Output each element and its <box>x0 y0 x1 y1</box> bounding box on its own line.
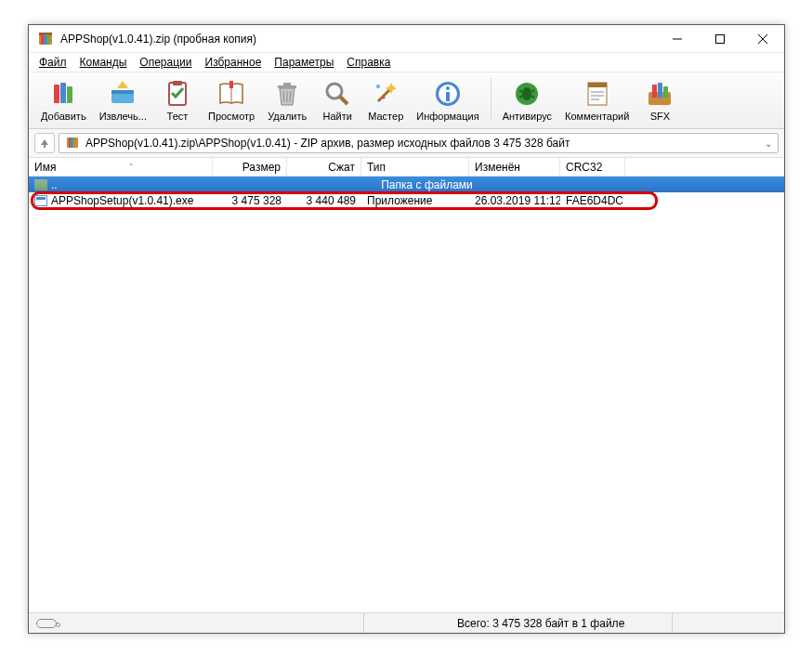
comment-button[interactable]: Комментарий <box>558 76 635 125</box>
extract-button[interactable]: Извлечь... <box>93 76 153 125</box>
address-path: APPShop(v1.0.41).zip\APPShop(v1.0.41) - … <box>85 137 570 150</box>
menubar: Файл Команды Операции Избранное Параметр… <box>29 53 784 72</box>
book-open-icon <box>216 79 246 109</box>
svg-rect-6 <box>716 34 725 43</box>
svg-rect-31 <box>446 92 450 101</box>
window-title: APPShop(v1.0.41).zip (пробная копия) <box>60 33 656 46</box>
svg-rect-46 <box>663 86 668 98</box>
sort-asc-icon: ˄ <box>129 163 134 172</box>
maximize-button[interactable] <box>699 25 741 52</box>
svg-rect-4 <box>46 34 49 45</box>
up-arrow-icon <box>39 138 50 149</box>
svg-point-23 <box>327 84 342 98</box>
test-button[interactable]: Тест <box>153 76 202 125</box>
svg-rect-44 <box>652 85 657 98</box>
minimize-button[interactable] <box>656 25 699 52</box>
up-button[interactable] <box>34 133 55 153</box>
wizard-button[interactable]: Мастер <box>361 76 410 125</box>
svg-rect-18 <box>278 85 296 88</box>
svg-point-30 <box>446 86 450 90</box>
svg-line-24 <box>340 97 347 104</box>
menu-operations[interactable]: Операции <box>133 55 198 70</box>
books-stack-icon <box>48 79 78 109</box>
svg-rect-17 <box>229 81 233 88</box>
svg-rect-15 <box>173 81 182 85</box>
status-total: Всего: 3 475 328 байт в 1 файле <box>364 617 672 630</box>
svg-point-33 <box>522 87 531 100</box>
svg-rect-11 <box>67 86 72 103</box>
close-button[interactable] <box>741 25 784 52</box>
col-modified[interactable]: Изменён <box>469 158 560 176</box>
find-button[interactable]: Найти <box>313 76 361 125</box>
extract-icon <box>108 79 138 109</box>
wand-icon <box>371 79 400 109</box>
col-type[interactable]: Тип <box>361 158 469 176</box>
disk-icon <box>36 619 57 628</box>
notepad-icon <box>583 79 612 109</box>
search-icon <box>322 79 352 109</box>
svg-rect-13 <box>111 90 134 94</box>
info-button[interactable]: Информация <box>410 76 485 125</box>
antivirus-button[interactable]: Антивирус <box>496 76 558 125</box>
svg-rect-10 <box>60 83 66 103</box>
svg-rect-3 <box>44 34 46 45</box>
toolbar: Добавить Извлечь... Тест Просмотр Удалит… <box>29 72 784 129</box>
svg-rect-2 <box>41 34 44 45</box>
add-button[interactable]: Добавить <box>34 76 93 125</box>
svg-rect-50 <box>72 138 74 148</box>
sfx-icon <box>645 79 674 109</box>
toolbar-separator <box>491 78 491 119</box>
parent-folder-row[interactable]: .. Папка с файлами <box>29 177 784 192</box>
svg-rect-19 <box>283 83 291 85</box>
view-button[interactable]: Просмотр <box>202 76 261 125</box>
address-input[interactable]: APPShop(v1.0.41).zip\APPShop(v1.0.41) - … <box>59 133 779 153</box>
address-dropdown-icon[interactable]: ⌄ <box>765 138 772 149</box>
svg-rect-39 <box>588 83 607 87</box>
folder-icon <box>34 179 47 190</box>
address-bar-row: APPShop(v1.0.41).zip\APPShop(v1.0.41) - … <box>29 129 784 158</box>
delete-button[interactable]: Удалить <box>261 76 313 125</box>
col-packed[interactable]: Сжат <box>287 158 361 176</box>
menu-help[interactable]: Справка <box>340 55 397 70</box>
info-icon <box>433 79 463 109</box>
svg-rect-49 <box>71 138 72 148</box>
menu-options[interactable]: Параметры <box>268 55 340 70</box>
statusbar: Всего: 3 475 328 байт в 1 файле <box>29 612 784 633</box>
svg-point-27 <box>383 97 386 99</box>
menu-favorites[interactable]: Избранное <box>199 55 268 70</box>
svg-rect-9 <box>54 85 59 103</box>
winrar-app-icon <box>36 30 55 48</box>
col-name[interactable]: Имя˄ <box>29 158 213 176</box>
svg-point-26 <box>376 85 380 88</box>
col-crc[interactable]: CRC32 <box>560 158 625 176</box>
column-header: Имя˄ Размер Сжат Тип Изменён CRC32 <box>29 158 784 177</box>
clipboard-check-icon <box>163 79 192 109</box>
menu-commands[interactable]: Команды <box>73 55 134 70</box>
bug-shield-icon <box>512 79 542 109</box>
file-list[interactable]: .. Папка с файлами APPShopSetup(v1.0.41)… <box>29 177 784 612</box>
svg-rect-45 <box>658 83 662 98</box>
svg-rect-48 <box>69 138 71 148</box>
file-row[interactable]: APPShopSetup(v1.0.41).exe 3 475 328 3 44… <box>29 192 784 208</box>
exe-icon <box>34 195 47 206</box>
col-size[interactable]: Размер <box>213 158 287 176</box>
archive-icon <box>65 135 80 152</box>
sfx-button[interactable]: SFX <box>635 76 684 125</box>
titlebar: APPShop(v1.0.41).zip (пробная копия) <box>29 25 784 53</box>
trash-icon <box>272 79 302 109</box>
winrar-window: APPShop(v1.0.41).zip (пробная копия) Фай… <box>28 24 785 634</box>
menu-file[interactable]: Файл <box>33 55 73 70</box>
